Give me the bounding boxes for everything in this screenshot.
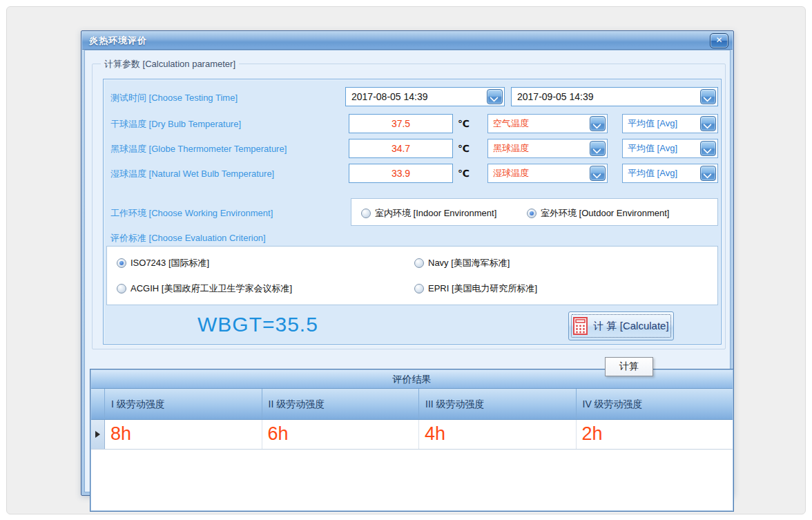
chevron-down-icon[interactable]	[700, 89, 716, 104]
chevron-down-icon[interactable]	[700, 166, 716, 181]
evaluation-result-table: 评价结果 I 级劳动强度 II 级劳动强度 III 级劳动强度 IV 级劳动强度…	[90, 369, 734, 512]
chevron-down-icon[interactable]	[590, 166, 606, 181]
radio-navy-label: Navy [美国海军标准]	[428, 257, 510, 269]
title-bar[interactable]: 炎热环境评价 ✕	[82, 32, 733, 50]
column-header-level3[interactable]: III 级劳动强度	[419, 389, 577, 419]
groupbox-label: 计算参数 [Calculation parameter]	[101, 58, 239, 70]
radio-acgih-label: ACGIH [美国政府工业卫生学家会议标准]	[130, 282, 292, 295]
working-environment-box: 室内环境 [Indoor Environment] 室外环境 [Outdoor …	[351, 198, 718, 226]
cell-level2-hours: 6h	[262, 420, 420, 449]
cell-level4-hours: 2h	[577, 420, 733, 449]
wet-bulb-value: 33.9	[349, 164, 452, 182]
tooltip-text: 计算	[619, 360, 639, 373]
dialog-body: 计算参数 [Calculation parameter] 测试时间 [Choos…	[84, 50, 731, 492]
globe-label: 黑球温度 [Globe Thermometer Temperature]	[110, 143, 287, 155]
table-row[interactable]: 8h 6h 4h 2h	[91, 420, 733, 450]
radio-iso7243-label: ISO7243 [国际标准]	[130, 257, 209, 269]
focus-rectangle	[571, 314, 671, 338]
column-header-level2[interactable]: II 级劳动强度	[262, 389, 420, 419]
row-indicator-header	[91, 389, 105, 419]
testing-time-end-value: 2017-09-05 14:39	[512, 91, 594, 102]
radio-indoor-label: 室内环境 [Indoor Environment]	[375, 207, 496, 220]
dry-bulb-value: 37.5	[349, 115, 452, 133]
hot-environment-evaluation-dialog: 炎热环境评价 ✕ 计算参数 [Calculation parameter] 测试…	[81, 30, 734, 496]
chevron-down-icon[interactable]	[590, 141, 606, 156]
chevron-down-icon[interactable]	[487, 89, 503, 104]
chevron-down-icon[interactable]	[590, 116, 606, 131]
dry-bulb-label: 干球温度 [Dry Bulb Temperature]	[110, 118, 241, 131]
row-selector-arrow-icon[interactable]	[91, 420, 105, 449]
globe-source-combobox[interactable]: 黑球温度	[487, 139, 608, 158]
calculate-tooltip: 计算	[605, 357, 653, 376]
radio-icon	[361, 209, 371, 218]
radio-icon	[117, 284, 126, 293]
close-icon: ✕	[715, 35, 722, 45]
column-header-level4[interactable]: IV 级劳动强度	[577, 389, 733, 419]
wet-bulb-stat-combobox[interactable]: 平均值 [Avg]	[622, 164, 718, 183]
dry-bulb-unit: ℃	[458, 118, 470, 129]
radio-icon	[414, 284, 424, 293]
table-header-row: I 级劳动强度 II 级劳动强度 III 级劳动强度 IV 级劳动强度	[91, 389, 733, 420]
testing-time-label: 测试时间 [Choose Testing Time]	[110, 92, 238, 104]
radio-icon	[527, 209, 536, 218]
cell-level3-hours: 4h	[419, 420, 577, 449]
parameter-panel: 测试时间 [Choose Testing Time] 2017-08-05 14…	[103, 79, 722, 345]
radio-outdoor-environment[interactable]: 室外环境 [Outdoor Environment]	[527, 207, 669, 220]
calculate-button[interactable]: 计 算 [Calculate]	[568, 311, 674, 340]
evaluation-criterion-label: 评价标准 [Choose Evaluation Criterion]	[110, 232, 266, 244]
radio-iso7243[interactable]: ISO7243 [国际标准]	[117, 257, 209, 269]
chevron-down-icon[interactable]	[700, 116, 716, 131]
radio-epri[interactable]: EPRI [美国电力研究所标准]	[414, 282, 537, 295]
testing-time-start-value: 2017-08-05 14:39	[346, 91, 428, 102]
dry-bulb-source-combobox[interactable]: 空气温度	[487, 114, 608, 133]
wbgt-result-text: WBGT=35.5	[197, 313, 318, 336]
close-button[interactable]: ✕	[710, 33, 728, 48]
working-environment-label: 工作环境 [Choose Working Environment]	[110, 207, 273, 220]
radio-acgih[interactable]: ACGIH [美国政府工业卫生学家会议标准]	[117, 282, 292, 295]
radio-icon	[117, 258, 126, 268]
radio-navy[interactable]: Navy [美国海军标准]	[414, 257, 510, 269]
testing-time-end-picker[interactable]: 2017-09-05 14:39	[511, 87, 718, 106]
wet-bulb-unit: ℃	[458, 168, 470, 179]
radio-outdoor-label: 室外环境 [Outdoor Environment]	[541, 207, 669, 220]
window-title: 炎热环境评价	[89, 35, 147, 47]
globe-stat-combobox[interactable]: 平均值 [Avg]	[622, 139, 718, 158]
testing-time-start-picker[interactable]: 2017-08-05 14:39	[345, 87, 505, 106]
radio-icon	[414, 258, 424, 268]
wet-bulb-label: 湿球温度 [Natural Wet Bulb Temperature]	[110, 168, 274, 180]
wet-bulb-input[interactable]: 33.9	[349, 164, 453, 183]
wet-bulb-source-combobox[interactable]: 湿球温度	[487, 164, 608, 183]
column-header-level1[interactable]: I 级劳动强度	[105, 389, 262, 419]
globe-input[interactable]: 34.7	[349, 139, 453, 158]
cell-level1-hours: 8h	[105, 420, 262, 449]
evaluation-criterion-box: ISO7243 [国际标准] Navy [美国海军标准] ACGIH [美国政府…	[106, 246, 718, 305]
radio-indoor-environment[interactable]: 室内环境 [Indoor Environment]	[361, 207, 496, 220]
globe-unit: ℃	[458, 143, 470, 154]
dry-bulb-stat-combobox[interactable]: 平均值 [Avg]	[622, 114, 718, 133]
dry-bulb-input[interactable]: 37.5	[349, 114, 453, 133]
chevron-down-icon[interactable]	[700, 141, 716, 156]
globe-value: 34.7	[349, 139, 452, 157]
radio-epri-label: EPRI [美国电力研究所标准]	[428, 282, 537, 295]
